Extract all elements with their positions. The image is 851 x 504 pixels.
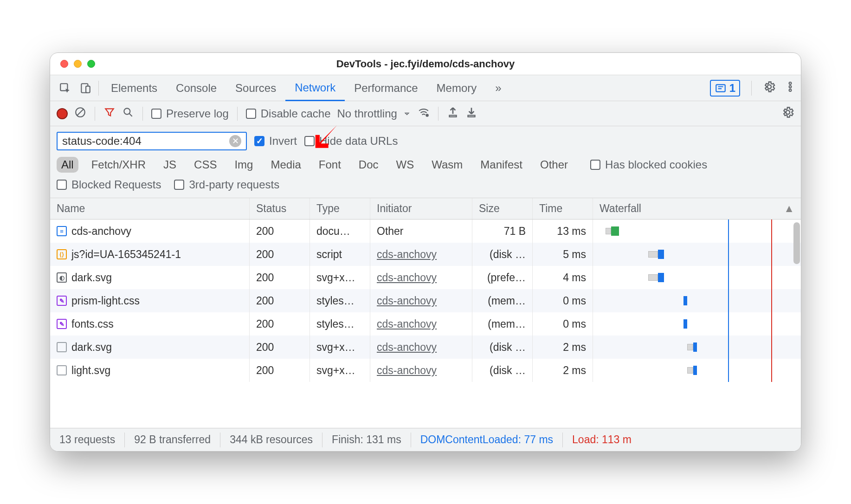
- search-icon[interactable]: [122, 106, 134, 121]
- more-tabs-button[interactable]: »: [486, 75, 510, 101]
- cell-type: docu…: [310, 220, 370, 243]
- invert-checkbox[interactable]: Invert: [254, 135, 297, 148]
- file-type-icon: [57, 342, 67, 352]
- tab-performance[interactable]: Performance: [345, 75, 427, 101]
- separator: [95, 107, 95, 121]
- filter-type-other[interactable]: Other: [535, 157, 573, 173]
- cell-status: 200: [250, 243, 310, 266]
- separator: [142, 107, 143, 121]
- table-row[interactable]: light.svg200svg+x…cds-anchovy(disk …2 ms: [50, 359, 801, 382]
- table-row[interactable]: ✎fonts.css200styles…cds-anchovy(mem…0 ms: [50, 312, 801, 336]
- filter-type-media[interactable]: Media: [266, 157, 305, 173]
- issues-count: 1: [729, 82, 735, 95]
- tab-sources[interactable]: Sources: [226, 75, 285, 101]
- checkbox-icon: [246, 109, 256, 119]
- inspect-element-icon[interactable]: [55, 82, 75, 94]
- blocked-requests-checkbox[interactable]: Blocked Requests: [57, 178, 161, 191]
- vertical-scrollbar[interactable]: [793, 222, 800, 264]
- filter-text-field[interactable]: [62, 135, 229, 148]
- initiator-link[interactable]: cds-anchovy: [377, 364, 437, 377]
- settings-icon[interactable]: [763, 80, 776, 96]
- col-waterfall[interactable]: Waterfall ▲: [593, 198, 801, 219]
- initiator-link[interactable]: cds-anchovy: [377, 271, 437, 284]
- network-settings-icon[interactable]: [781, 106, 794, 122]
- initiator-link[interactable]: cds-anchovy: [377, 318, 437, 330]
- cell-size: (prefe…: [472, 266, 533, 289]
- col-initiator[interactable]: Initiator: [370, 198, 472, 219]
- initiator-link[interactable]: cds-anchovy: [377, 248, 437, 261]
- cell-waterfall: [593, 359, 801, 382]
- table-row[interactable]: ◐dark.svg200svg+x…cds-anchovy(prefe…4 ms: [50, 266, 801, 289]
- table-row[interactable]: ✎prism-light.css200styles…cds-anchovy(me…: [50, 289, 801, 312]
- table-row[interactable]: ≡cds-anchovy200docu…Other71 B13 ms: [50, 220, 801, 243]
- has-blocked-cookies-checkbox[interactable]: Has blocked cookies: [590, 158, 707, 171]
- col-status[interactable]: Status: [250, 198, 310, 219]
- devtools-window: DevTools - jec.fyi/demo/cds-anchovy Elem…: [50, 52, 801, 452]
- cell-waterfall: [593, 289, 801, 312]
- filter-type-img[interactable]: Img: [230, 157, 258, 173]
- filter-type-fetchxhr[interactable]: Fetch/XHR: [87, 157, 150, 173]
- third-party-checkbox[interactable]: 3rd-party requests: [174, 178, 279, 191]
- clear-button[interactable]: [74, 106, 86, 121]
- checkbox-icon: [590, 160, 600, 170]
- tab-network[interactable]: Network: [285, 75, 345, 101]
- cell-size: (mem…: [472, 289, 533, 312]
- filter-type-wasm[interactable]: Wasm: [427, 157, 467, 173]
- filter-type-manifest[interactable]: Manifest: [476, 157, 527, 173]
- table-row[interactable]: ⟨⟩js?id=UA-165345241-1200scriptcds-ancho…: [50, 243, 801, 266]
- file-type-icon: [57, 365, 67, 375]
- checkbox-icon: [174, 180, 184, 190]
- finish-time: Finish: 131 ms: [322, 433, 411, 447]
- filter-type-doc[interactable]: Doc: [354, 157, 383, 173]
- record-button[interactable]: [57, 108, 68, 119]
- cell-waterfall: [593, 220, 801, 243]
- device-toolbar-icon[interactable]: [75, 82, 96, 94]
- clear-filter-icon[interactable]: ✕: [229, 135, 241, 147]
- filter-type-ws[interactable]: WS: [392, 157, 419, 173]
- cell-time: 2 ms: [533, 359, 593, 382]
- import-har-icon[interactable]: [447, 106, 459, 121]
- col-time[interactable]: Time: [533, 198, 593, 219]
- disable-cache-checkbox[interactable]: Disable cache: [246, 107, 331, 120]
- file-type-icon: ≡: [57, 226, 67, 236]
- table-body: ≡cds-anchovy200docu…Other71 B13 ms⟨⟩js?i…: [50, 220, 801, 382]
- cell-type: script: [310, 243, 370, 266]
- initiator-link[interactable]: cds-anchovy: [377, 341, 437, 354]
- filter-type-all[interactable]: All: [57, 157, 78, 173]
- svg-rect-2: [86, 86, 90, 92]
- cell-size: (mem…: [472, 312, 533, 336]
- tab-elements[interactable]: Elements: [102, 75, 167, 101]
- svg-rect-10: [449, 115, 456, 116]
- filter-type-font[interactable]: Font: [314, 157, 346, 173]
- invert-label: Invert: [269, 135, 297, 148]
- col-size[interactable]: Size: [472, 198, 533, 219]
- table-row[interactable]: dark.svg200svg+x…cds-anchovy(disk …2 ms: [50, 336, 801, 359]
- filter-type-js[interactable]: JS: [159, 157, 181, 173]
- cell-type: svg+x…: [310, 266, 370, 289]
- titlebar: DevTools - jec.fyi/demo/cds-anchovy: [50, 53, 801, 75]
- cell-type: svg+x…: [310, 336, 370, 359]
- tab-console[interactable]: Console: [167, 75, 226, 101]
- svg-point-6: [789, 89, 792, 91]
- throttling-select[interactable]: No throttling: [337, 107, 411, 120]
- kebab-menu-icon[interactable]: [784, 81, 796, 96]
- tab-memory[interactable]: Memory: [427, 75, 486, 101]
- filter-input[interactable]: ✕: [57, 132, 247, 150]
- cell-initiator: cds-anchovy: [370, 243, 472, 266]
- col-type[interactable]: Type: [310, 198, 370, 219]
- cell-type: styles…: [310, 312, 370, 336]
- col-name[interactable]: Name: [50, 198, 250, 219]
- cell-status: 200: [250, 359, 310, 382]
- preserve-log-checkbox[interactable]: Preserve log: [151, 107, 229, 120]
- filter-icon[interactable]: [103, 106, 116, 121]
- network-toolbar: Preserve log Disable cache No throttling: [50, 101, 801, 126]
- sort-indicator-icon: ▲: [784, 202, 794, 215]
- svg-point-4: [789, 82, 792, 84]
- cell-waterfall: [593, 243, 801, 266]
- network-conditions-icon[interactable]: [418, 106, 430, 121]
- export-har-icon[interactable]: [465, 106, 477, 121]
- issues-badge[interactable]: 1: [710, 80, 740, 97]
- initiator-link[interactable]: cds-anchovy: [377, 295, 437, 307]
- filter-type-css[interactable]: CSS: [189, 157, 221, 173]
- window-title: DevTools - jec.fyi/demo/cds-anchovy: [50, 58, 801, 70]
